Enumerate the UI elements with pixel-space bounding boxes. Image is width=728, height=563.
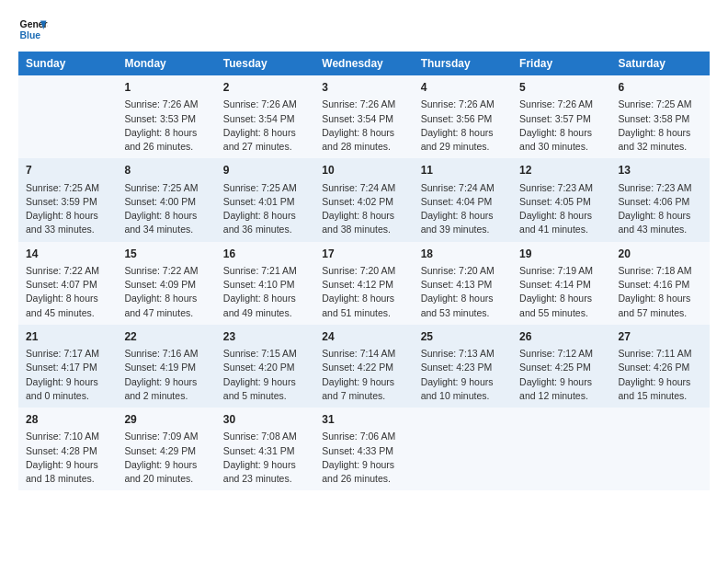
week-row-5: 28Sunrise: 7:10 AMSunset: 4:28 PMDayligh… bbox=[18, 408, 710, 490]
column-header-tuesday: Tuesday bbox=[216, 52, 314, 75]
day-number: 29 bbox=[124, 412, 208, 428]
day-info: Sunrise: 7:17 AMSunset: 4:17 PMDaylight:… bbox=[26, 347, 109, 403]
day-cell: 17Sunrise: 7:20 AMSunset: 4:12 PMDayligh… bbox=[314, 242, 413, 325]
day-number: 15 bbox=[124, 247, 208, 262]
day-number: 3 bbox=[322, 80, 405, 96]
day-cell bbox=[18, 75, 117, 158]
day-number: 2 bbox=[223, 80, 307, 96]
day-cell: 13Sunrise: 7:23 AMSunset: 4:06 PMDayligh… bbox=[611, 158, 710, 241]
day-info: Sunrise: 7:22 AMSunset: 4:09 PMDaylight:… bbox=[124, 264, 208, 320]
day-info: Sunrise: 7:26 AMSunset: 3:54 PMDaylight:… bbox=[322, 98, 405, 154]
column-header-monday: Monday bbox=[117, 52, 215, 75]
day-info: Sunrise: 7:19 AMSunset: 4:14 PMDaylight:… bbox=[519, 264, 603, 320]
day-info: Sunrise: 7:24 AMSunset: 4:04 PMDaylight:… bbox=[421, 181, 505, 237]
day-info: Sunrise: 7:20 AMSunset: 4:13 PMDaylight:… bbox=[421, 264, 505, 320]
day-number: 21 bbox=[26, 329, 109, 345]
day-cell: 14Sunrise: 7:22 AMSunset: 4:07 PMDayligh… bbox=[18, 242, 117, 325]
day-info: Sunrise: 7:26 AMSunset: 3:53 PMDaylight:… bbox=[124, 98, 208, 154]
svg-text:Blue: Blue bbox=[20, 30, 41, 40]
day-cell: 30Sunrise: 7:08 AMSunset: 4:31 PMDayligh… bbox=[216, 408, 314, 490]
day-cell: 28Sunrise: 7:10 AMSunset: 4:28 PMDayligh… bbox=[18, 408, 117, 490]
day-number: 20 bbox=[619, 247, 702, 262]
day-cell: 1Sunrise: 7:26 AMSunset: 3:53 PMDaylight… bbox=[117, 75, 215, 158]
day-cell: 12Sunrise: 7:23 AMSunset: 4:05 PMDayligh… bbox=[512, 158, 610, 241]
day-cell: 29Sunrise: 7:09 AMSunset: 4:29 PMDayligh… bbox=[117, 408, 215, 490]
day-cell: 4Sunrise: 7:26 AMSunset: 3:56 PMDaylight… bbox=[414, 75, 512, 158]
day-info: Sunrise: 7:25 AMSunset: 4:01 PMDaylight:… bbox=[223, 181, 307, 237]
logo-icon: General Blue bbox=[18, 15, 48, 44]
day-number: 12 bbox=[519, 163, 603, 178]
day-number: 6 bbox=[619, 80, 702, 96]
day-number: 11 bbox=[421, 163, 505, 178]
day-cell: 16Sunrise: 7:21 AMSunset: 4:10 PMDayligh… bbox=[216, 242, 314, 325]
day-number: 16 bbox=[223, 247, 307, 262]
day-cell: 31Sunrise: 7:06 AMSunset: 4:33 PMDayligh… bbox=[314, 408, 413, 490]
day-number: 25 bbox=[421, 329, 505, 345]
day-info: Sunrise: 7:08 AMSunset: 4:31 PMDaylight:… bbox=[223, 430, 307, 486]
day-number: 7 bbox=[26, 163, 109, 178]
day-cell: 26Sunrise: 7:12 AMSunset: 4:25 PMDayligh… bbox=[512, 325, 610, 408]
day-number: 27 bbox=[619, 329, 702, 345]
day-cell: 6Sunrise: 7:25 AMSunset: 3:58 PMDaylight… bbox=[611, 75, 710, 158]
day-cell: 20Sunrise: 7:18 AMSunset: 4:16 PMDayligh… bbox=[611, 242, 710, 325]
day-cell: 19Sunrise: 7:19 AMSunset: 4:14 PMDayligh… bbox=[512, 242, 610, 325]
column-header-saturday: Saturday bbox=[611, 52, 710, 75]
day-info: Sunrise: 7:15 AMSunset: 4:20 PMDaylight:… bbox=[223, 347, 307, 403]
calendar-table: SundayMondayTuesdayWednesdayThursdayFrid… bbox=[18, 52, 710, 490]
day-number: 10 bbox=[322, 163, 405, 178]
day-number: 22 bbox=[124, 329, 208, 345]
day-cell: 27Sunrise: 7:11 AMSunset: 4:26 PMDayligh… bbox=[611, 325, 710, 408]
column-header-thursday: Thursday bbox=[414, 52, 512, 75]
day-number: 31 bbox=[322, 412, 405, 428]
week-row-1: 1Sunrise: 7:26 AMSunset: 3:53 PMDaylight… bbox=[18, 75, 710, 158]
day-cell: 9Sunrise: 7:25 AMSunset: 4:01 PMDaylight… bbox=[216, 158, 314, 241]
logo: General Blue bbox=[18, 15, 48, 44]
day-info: Sunrise: 7:18 AMSunset: 4:16 PMDaylight:… bbox=[619, 264, 702, 320]
day-number: 5 bbox=[519, 80, 603, 96]
day-number: 30 bbox=[223, 412, 307, 428]
day-info: Sunrise: 7:22 AMSunset: 4:07 PMDaylight:… bbox=[26, 264, 109, 320]
day-cell: 18Sunrise: 7:20 AMSunset: 4:13 PMDayligh… bbox=[414, 242, 512, 325]
day-info: Sunrise: 7:23 AMSunset: 4:05 PMDaylight:… bbox=[519, 181, 603, 237]
day-number: 23 bbox=[223, 329, 307, 345]
day-number: 24 bbox=[322, 329, 405, 345]
week-row-4: 21Sunrise: 7:17 AMSunset: 4:17 PMDayligh… bbox=[18, 325, 710, 408]
day-cell: 10Sunrise: 7:24 AMSunset: 4:02 PMDayligh… bbox=[314, 158, 413, 241]
day-info: Sunrise: 7:09 AMSunset: 4:29 PMDaylight:… bbox=[124, 430, 208, 486]
day-info: Sunrise: 7:06 AMSunset: 4:33 PMDaylight:… bbox=[322, 430, 405, 486]
day-info: Sunrise: 7:23 AMSunset: 4:06 PMDaylight:… bbox=[619, 181, 702, 237]
day-info: Sunrise: 7:21 AMSunset: 4:10 PMDaylight:… bbox=[223, 264, 307, 320]
day-info: Sunrise: 7:16 AMSunset: 4:19 PMDaylight:… bbox=[124, 347, 208, 403]
day-cell: 5Sunrise: 7:26 AMSunset: 3:57 PMDaylight… bbox=[512, 75, 610, 158]
day-number: 14 bbox=[26, 247, 109, 262]
day-cell: 11Sunrise: 7:24 AMSunset: 4:04 PMDayligh… bbox=[414, 158, 512, 241]
day-info: Sunrise: 7:13 AMSunset: 4:23 PMDaylight:… bbox=[421, 347, 505, 403]
day-cell: 8Sunrise: 7:25 AMSunset: 4:00 PMDaylight… bbox=[117, 158, 215, 241]
day-number: 9 bbox=[223, 163, 307, 178]
day-number: 17 bbox=[322, 247, 405, 262]
day-number: 19 bbox=[519, 247, 603, 262]
day-info: Sunrise: 7:14 AMSunset: 4:22 PMDaylight:… bbox=[322, 347, 405, 403]
week-row-3: 14Sunrise: 7:22 AMSunset: 4:07 PMDayligh… bbox=[18, 242, 710, 325]
day-info: Sunrise: 7:26 AMSunset: 3:57 PMDaylight:… bbox=[519, 98, 603, 154]
day-cell bbox=[414, 408, 512, 490]
day-info: Sunrise: 7:26 AMSunset: 3:56 PMDaylight:… bbox=[421, 98, 505, 154]
day-cell bbox=[611, 408, 710, 490]
day-cell: 21Sunrise: 7:17 AMSunset: 4:17 PMDayligh… bbox=[18, 325, 117, 408]
column-header-wednesday: Wednesday bbox=[314, 52, 413, 75]
day-cell bbox=[512, 408, 610, 490]
day-cell: 3Sunrise: 7:26 AMSunset: 3:54 PMDaylight… bbox=[314, 75, 413, 158]
week-row-2: 7Sunrise: 7:25 AMSunset: 3:59 PMDaylight… bbox=[18, 158, 710, 241]
day-number: 28 bbox=[26, 412, 109, 428]
day-cell: 2Sunrise: 7:26 AMSunset: 3:54 PMDaylight… bbox=[216, 75, 314, 158]
header-row: SundayMondayTuesdayWednesdayThursdayFrid… bbox=[18, 52, 710, 75]
column-header-sunday: Sunday bbox=[18, 52, 117, 75]
day-cell: 24Sunrise: 7:14 AMSunset: 4:22 PMDayligh… bbox=[314, 325, 413, 408]
day-cell: 7Sunrise: 7:25 AMSunset: 3:59 PMDaylight… bbox=[18, 158, 117, 241]
page-header: General Blue bbox=[18, 15, 710, 44]
day-number: 18 bbox=[421, 247, 505, 262]
day-cell: 23Sunrise: 7:15 AMSunset: 4:20 PMDayligh… bbox=[216, 325, 314, 408]
day-cell: 22Sunrise: 7:16 AMSunset: 4:19 PMDayligh… bbox=[117, 325, 215, 408]
day-cell: 25Sunrise: 7:13 AMSunset: 4:23 PMDayligh… bbox=[414, 325, 512, 408]
day-info: Sunrise: 7:12 AMSunset: 4:25 PMDaylight:… bbox=[519, 347, 603, 403]
